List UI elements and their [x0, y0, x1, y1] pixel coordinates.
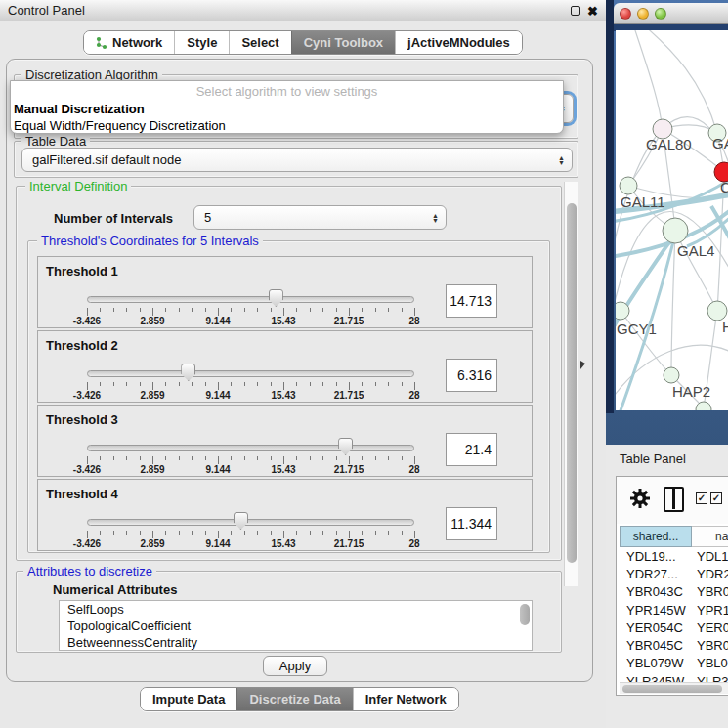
list-scrollbar-thumb[interactable]: [520, 604, 530, 625]
attribute-list-item[interactable]: BetweennessCentrality: [60, 634, 532, 651]
table-data-group-title: Table Data: [21, 135, 90, 148]
network-node-h[interactable]: [707, 301, 727, 321]
column-header-name[interactable]: name: [692, 526, 728, 547]
checkbox-icon[interactable]: ✓: [696, 492, 707, 504]
tab-select[interactable]: Select: [229, 31, 290, 54]
checkbox-icon[interactable]: ✓: [710, 492, 722, 504]
mode-tab-discretize-data[interactable]: Discretize Data: [236, 688, 352, 710]
network-node[interactable]: [696, 402, 711, 410]
network-node-gal4[interactable]: [663, 218, 688, 243]
network-canvas[interactable]: GAL80GACGAL11GAL4GCY1HHAP2: [616, 30, 728, 410]
slider-track[interactable]: [87, 370, 414, 377]
float-window-icon[interactable]: [571, 6, 580, 16]
table-data-combobox[interactable]: galFiltered.sif default node ▲▼: [21, 148, 573, 172]
node-label: GAL80: [646, 136, 692, 152]
tab-label: Network: [112, 35, 162, 50]
number-of-intervals-combobox[interactable]: 5 ▲▼: [193, 205, 447, 230]
cell-name: YBL0: [692, 656, 728, 670]
control-panel-title: Control Panel: [8, 3, 85, 18]
threshold-value-field[interactable]: 11.344: [446, 507, 497, 540]
cell-shared-name: YER054C: [620, 621, 692, 635]
slider-thumb[interactable]: [181, 364, 195, 381]
network-node-gcy1[interactable]: [616, 302, 629, 320]
slider-thumb[interactable]: [234, 512, 248, 530]
slider-thumb[interactable]: [269, 289, 283, 307]
scale-label: 21.715: [325, 390, 372, 401]
algorithm-dropdown-popup: Select algorithm to view settings Manual…: [10, 80, 564, 134]
settings-scrollbar[interactable]: [564, 182, 578, 586]
threshold-label: Threshold 3: [46, 412, 118, 427]
network-node-gal11[interactable]: [620, 177, 637, 194]
mode-tab-label: Infer Network: [365, 692, 447, 707]
threshold-value-field[interactable]: 21.4: [446, 433, 497, 466]
tab-cyni-toolbox[interactable]: Cyni Toolbox: [291, 31, 395, 54]
scale-label: 9.144: [194, 464, 241, 475]
table-row[interactable]: YDR27...YDR2: [620, 565, 728, 582]
node-label: H: [722, 319, 728, 335]
hscrollbar-thumb[interactable]: [622, 685, 722, 693]
table-row[interactable]: YDL19...YDL1: [620, 547, 728, 565]
cell-shared-name: YDL19...: [620, 549, 692, 564]
gear-icon[interactable]: [629, 488, 651, 509]
node-table: ✓ ✓ shared... name YDL19...YDL1YDR27...Y…: [616, 476, 728, 696]
close-icon[interactable]: ✖: [587, 5, 598, 18]
tab-label: Cyni Toolbox: [304, 35, 383, 50]
table-panel-title: Table Panel: [620, 451, 686, 466]
table-row[interactable]: YER054CYER0: [620, 619, 728, 636]
table-row[interactable]: YPR145WYPR1: [620, 601, 728, 619]
threshold-label: Threshold 2: [46, 338, 118, 353]
cell-shared-name: YBR043C: [620, 584, 692, 599]
cell-shared-name: YBL079W: [620, 656, 692, 670]
threshold-value-field[interactable]: 14.713: [446, 284, 497, 318]
slider-thumb[interactable]: [338, 438, 353, 455]
close-traffic-light-icon[interactable]: [620, 8, 631, 20]
number-of-intervals-label: Number of Intervals: [54, 211, 173, 226]
number-of-intervals-value: 5: [204, 210, 211, 225]
scale-label: 28: [391, 316, 438, 326]
threshold-value-field[interactable]: 6.316: [446, 359, 497, 392]
slider-track[interactable]: [87, 445, 414, 451]
table-hscrollbar[interactable]: [620, 682, 728, 694]
node-label: GAL11: [621, 193, 665, 210]
scale-label: 28: [391, 390, 438, 401]
attribute-list-item[interactable]: TopologicalCoefficient: [60, 618, 532, 634]
split-column-icon[interactable]: [664, 487, 684, 512]
node-label: GA: [712, 135, 728, 151]
scale-label: -3.426: [64, 538, 110, 549]
cell-name: YPR1: [692, 603, 728, 618]
attribute-list-item[interactable]: SelfLoops: [60, 601, 532, 618]
node-label: C: [720, 179, 728, 195]
cell-shared-name: YDR27...: [620, 567, 692, 581]
cell-name: YBR0: [692, 584, 728, 599]
mode-tab-impute-data[interactable]: Impute Data: [141, 688, 236, 710]
apply-button[interactable]: Apply: [263, 656, 327, 676]
network-window-titlebar[interactable]: [614, 3, 728, 24]
tab-jactivemnodules[interactable]: jActiveMNodules: [395, 31, 522, 54]
cyni-mode-tabbar: Impute DataDiscretize DataInfer Network: [140, 687, 459, 711]
scale-label: 9.144: [194, 538, 241, 549]
scrollbar-thumb[interactable]: [567, 203, 577, 563]
slider-track[interactable]: [87, 519, 414, 526]
mode-tab-infer-network[interactable]: Infer Network: [353, 688, 458, 710]
app-root: Control Panel ✖ NetworkStyleSelectCyni T…: [0, 0, 728, 728]
dropdown-hint-item: Select algorithm to view settings: [11, 84, 563, 99]
tab-style[interactable]: Style: [174, 31, 229, 54]
thresholds-group-title: Threshold's Coordinates for 5 Intervals: [37, 235, 263, 247]
table-header-row: shared... name: [620, 526, 728, 547]
combo-arrows-icon: ▲▼: [432, 213, 439, 223]
tab-label: Style: [187, 35, 217, 50]
numerical-attributes-label: Numerical Attributes: [53, 582, 177, 597]
table-row[interactable]: YBR043CYBR0: [620, 583, 728, 601]
tab-network[interactable]: Network: [84, 31, 174, 54]
minimize-traffic-light-icon[interactable]: [637, 8, 649, 20]
table-row[interactable]: YBL079WYBL0: [620, 655, 728, 672]
numerical-attributes-list[interactable]: SelfLoopsTopologicalCoefficientBetweenne…: [59, 600, 533, 651]
slider-track[interactable]: [87, 296, 414, 303]
column-header-shared-name[interactable]: shared...: [620, 526, 692, 547]
network-node-hap2[interactable]: [664, 367, 679, 383]
zoom-traffic-light-icon[interactable]: [655, 8, 666, 20]
dropdown-option-equal-width[interactable]: Equal Width/Frequency Discretization: [14, 118, 226, 133]
table-row[interactable]: YBR045CYBR0: [620, 636, 728, 654]
dropdown-option-manual[interactable]: Manual Discretization: [14, 102, 145, 116]
scale-label: -3.426: [64, 464, 110, 475]
